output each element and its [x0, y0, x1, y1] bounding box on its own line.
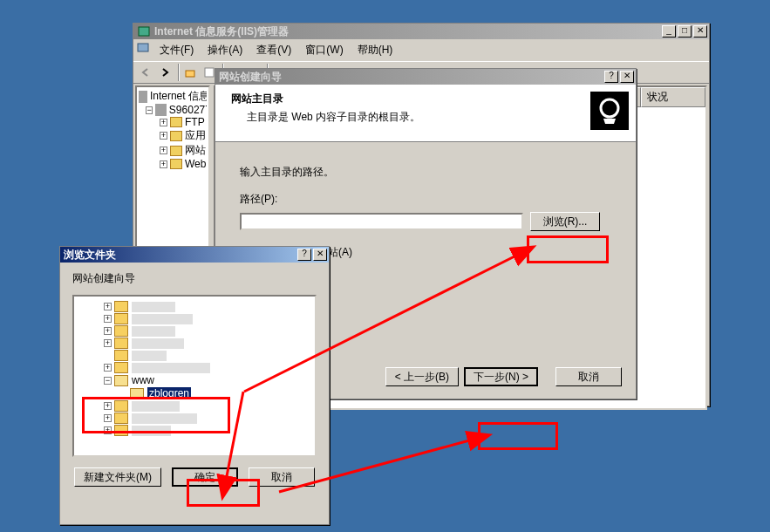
cancel-button[interactable]: 取消: [249, 467, 315, 487]
folder-icon: [114, 400, 128, 412]
annotation-next-highlight: [478, 422, 558, 450]
tree-root[interactable]: Internet 信息服务: [150, 89, 207, 104]
maximize-button[interactable]: □: [678, 25, 692, 38]
blurred-folder[interactable]: [132, 302, 175, 312]
folder-icon: [114, 362, 128, 373]
forward-icon[interactable]: [156, 64, 174, 81]
folder-icon: [114, 413, 128, 424]
folder-open-icon: [114, 375, 128, 386]
expand-icon[interactable]: +: [104, 426, 112, 434]
folder-icon: [114, 338, 128, 349]
help-button[interactable]: ?: [604, 71, 618, 83]
path-input[interactable]: [240, 213, 523, 230]
up-icon[interactable]: [181, 64, 199, 81]
collapse-icon[interactable]: −: [104, 377, 112, 385]
expand-icon[interactable]: +: [104, 327, 112, 335]
iis-title: Internet 信息服务(IIS)管理器: [154, 24, 660, 39]
tree-webext[interactable]: Web: [185, 158, 206, 170]
svg-rect-2: [186, 71, 194, 77]
folder-icon: [114, 350, 128, 361]
close-button[interactable]: ✕: [313, 249, 327, 261]
wizard-heading: 网站主目录: [231, 92, 590, 106]
blurred-folder[interactable]: [132, 401, 180, 412]
folder-icon: [114, 425, 128, 436]
back-button[interactable]: < 上一步(B): [385, 367, 459, 386]
blurred-folder[interactable]: [132, 351, 167, 361]
expand-icon[interactable]: +: [160, 132, 167, 140]
menu-action[interactable]: 操作(A): [201, 41, 249, 59]
menu-file[interactable]: 文件(F): [153, 41, 201, 59]
expand-icon[interactable]: +: [104, 364, 112, 372]
wizard-logo-icon: [590, 92, 629, 130]
expand-icon[interactable]: +: [160, 147, 167, 154]
cancel-button[interactable]: 取消: [555, 367, 622, 386]
browse-title: 浏览文件夹: [64, 248, 296, 263]
expand-icon[interactable]: +: [104, 303, 112, 310]
help-button[interactable]: ?: [297, 249, 311, 261]
browse-button[interactable]: 浏览(R)...: [530, 212, 600, 231]
folder-icon: [114, 313, 128, 324]
app-icon: [137, 24, 151, 38]
expand-icon[interactable]: +: [160, 119, 167, 126]
svg-rect-0: [139, 27, 149, 36]
back-icon[interactable]: [137, 64, 154, 81]
mmc-icon: [137, 41, 149, 59]
menu-view[interactable]: 查看(V): [249, 41, 298, 59]
folder-icon: [114, 301, 128, 312]
next-button[interactable]: 下一步(N) >: [464, 367, 538, 386]
blurred-folder[interactable]: [132, 363, 210, 373]
wizard-header: 网站主目录 主目录是 Web 内容子目录的根目录。: [215, 85, 636, 142]
wizard-title: 网站创建向导: [219, 70, 603, 85]
tree-app[interactable]: 应用: [185, 128, 206, 143]
menu-help[interactable]: 帮助(H): [351, 41, 400, 59]
server-icon: [155, 104, 167, 116]
svg-rect-1: [138, 44, 148, 51]
wizard-prompt: 输入主目录的路径。: [240, 165, 611, 180]
expand-icon[interactable]: +: [160, 160, 167, 168]
blurred-folder[interactable]: [132, 314, 193, 324]
blurred-folder[interactable]: [132, 326, 175, 337]
folder-icon: [170, 159, 182, 169]
folder-icon: [170, 131, 182, 141]
wizard-subheading: 主目录是 Web 内容子目录的根目录。: [247, 110, 590, 125]
folder-icon: [170, 146, 182, 156]
blurred-folder[interactable]: [132, 338, 184, 349]
svg-point-8: [601, 99, 618, 117]
tree-ftp[interactable]: FTP: [185, 116, 205, 128]
expand-icon[interactable]: +: [104, 339, 112, 347]
wizard-titlebar: 网站创建向导 ? ✕: [215, 69, 636, 85]
path-label: 路径(P):: [240, 192, 611, 207]
folder-icon: [114, 325, 128, 337]
new-folder-button[interactable]: 新建文件夹(M): [74, 467, 161, 487]
expand-icon[interactable]: +: [104, 315, 112, 323]
expand-icon[interactable]: +: [104, 402, 112, 410]
svg-rect-3: [205, 68, 214, 77]
globe-icon: [139, 91, 147, 103]
browse-tree[interactable]: + + + + + −www zblogren + + +: [72, 295, 317, 457]
iis-titlebar: Internet 信息服务(IIS)管理器 _ □ ✕: [133, 24, 709, 39]
blurred-folder[interactable]: [132, 413, 197, 424]
browse-titlebar: 浏览文件夹 ? ✕: [60, 247, 329, 263]
folder-www[interactable]: www: [132, 374, 154, 386]
col-status[interactable]: 状况: [641, 87, 705, 107]
browse-body: 网站创建向导 + + + + + −www zblogren + + + 新建文…: [60, 263, 329, 495]
blurred-folder[interactable]: [132, 426, 171, 436]
browse-caption: 网站创建向导: [72, 271, 317, 286]
expand-icon[interactable]: +: [104, 414, 112, 422]
menu-window[interactable]: 窗口(W): [298, 41, 350, 59]
menubar: 文件(F) 操作(A) 查看(V) 窗口(W) 帮助(H): [133, 39, 709, 61]
wizard-footer: < 上一步(B) 下一步(N) > 取消: [385, 367, 622, 386]
folder-selected[interactable]: zblogren: [147, 387, 191, 399]
folder-open-icon: [130, 388, 144, 399]
close-button[interactable]: ✕: [693, 25, 707, 38]
collapse-icon[interactable]: −: [146, 106, 153, 114]
ok-button[interactable]: 确定: [172, 467, 238, 487]
tree-web[interactable]: 网站: [185, 143, 206, 158]
browse-folder-dialog: 浏览文件夹 ? ✕ 网站创建向导 + + + + + −www zblogren…: [59, 246, 330, 525]
minimize-button[interactable]: _: [662, 25, 676, 38]
close-button[interactable]: ✕: [620, 71, 634, 83]
tree-server[interactable]: S960277: [169, 104, 207, 116]
folder-icon: [170, 117, 182, 127]
